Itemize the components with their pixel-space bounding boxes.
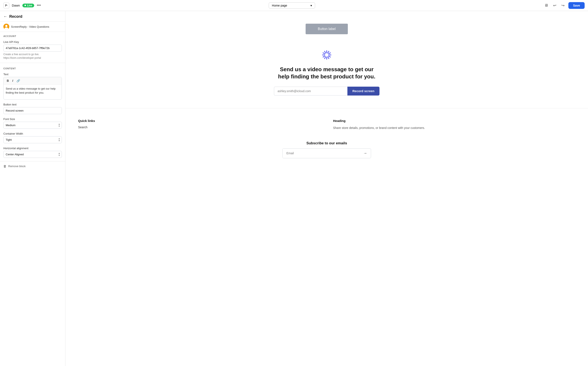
container-width-label: Container Width <box>3 132 62 135</box>
footer-col-heading: Heading Share store details, promotions,… <box>333 119 575 131</box>
api-key-input[interactable] <box>3 45 62 52</box>
svg-line-7 <box>329 56 331 57</box>
back-icon[interactable] <box>3 2 9 8</box>
page-select[interactable]: Home page ▾ <box>269 2 315 9</box>
button-text-label: Button text <box>3 103 62 106</box>
loom-icon <box>321 49 333 62</box>
font-size-select-wrap: Small Medium Large ▲ ▼ <box>3 122 62 129</box>
live-dot <box>24 5 26 6</box>
desktop-icon[interactable]: 🖥 <box>543 2 549 8</box>
footer-link-search[interactable]: Search <box>78 126 320 129</box>
sidebar-back-arrow[interactable]: ← <box>3 14 7 19</box>
button-label-section: Button label <box>66 11 588 43</box>
topbar-center: Home page ▾ <box>269 2 315 9</box>
record-form: Record screen <box>274 87 380 96</box>
user-row: ScreenReply - Video Questions <box>0 22 65 32</box>
quick-links-title: Quick links <box>78 119 320 122</box>
more-options-button[interactable]: ••• <box>37 3 41 8</box>
horizontal-alignment-field: Horizontal alignment Left Aligned Center… <box>0 145 65 160</box>
chevron-down-icon: ▾ <box>310 4 312 7</box>
topbar: Dawn Live ••• Home page ▾ 🖥 ↩ ↪ Save <box>0 0 588 11</box>
button-text-field: Button text <box>0 101 65 116</box>
account-section-label: ACCOUNT <box>0 32 65 39</box>
api-key-hint: Create a free account to go live. https:… <box>3 53 62 60</box>
record-heading: Send us a video message to get our help … <box>276 66 377 80</box>
text-field: Text B I 🔗 Send us a video message to ge… <box>0 71 65 101</box>
user-name-label: ScreenReply - Video Questions <box>11 25 49 28</box>
sidebar-title: Record <box>9 14 22 19</box>
undo-icon[interactable]: ↩ <box>552 2 558 9</box>
bold-button[interactable]: B <box>5 78 10 83</box>
content-section-label: CONTENT <box>0 64 65 71</box>
container-width-field: Container Width Full Standard Tight ▲ ▼ <box>0 130 65 145</box>
subscribe-arrow-button[interactable]: → <box>360 149 371 158</box>
save-button[interactable]: Save <box>568 2 585 9</box>
main-preview: Button label <box>66 11 588 366</box>
footer-section: Quick links Search Heading Share store d… <box>66 108 588 167</box>
remove-block-button[interactable]: 🗑 Remove block <box>0 161 65 171</box>
redo-icon[interactable]: ↪ <box>560 2 566 9</box>
divider-1 <box>0 63 65 63</box>
layout: ← Record ScreenReply - Video Questions A… <box>0 11 588 366</box>
footer-heading-desc: Share store details, promotions, or bran… <box>333 126 575 130</box>
footer-col-quick-links: Quick links Search <box>78 119 320 131</box>
subscribe-section: Subscribe to our emails → <box>78 141 575 158</box>
horizontal-alignment-select[interactable]: Left Aligned Center Aligned Right Aligne… <box>3 151 62 158</box>
font-size-select[interactable]: Small Medium Large <box>3 122 62 129</box>
subscribe-form: → <box>282 148 371 158</box>
api-key-label: Live API Key <box>3 40 62 44</box>
svg-line-8 <box>328 57 329 59</box>
live-api-key-field: Live API Key Create a free account to go… <box>0 39 65 61</box>
email-input[interactable] <box>274 87 347 96</box>
horizontal-alignment-label: Horizontal alignment <box>3 147 62 150</box>
topbar-left: Dawn Live ••• <box>3 2 41 8</box>
button-text-input[interactable] <box>3 107 62 114</box>
site-name: Dawn <box>12 4 20 7</box>
font-size-label: Font Size <box>3 117 62 121</box>
font-size-field: Font Size Small Medium Large ▲ ▼ <box>0 116 65 130</box>
sidebar: ← Record ScreenReply - Video Questions A… <box>0 11 66 366</box>
horizontal-alignment-select-wrap: Left Aligned Center Aligned Right Aligne… <box>3 151 62 158</box>
svg-line-5 <box>329 53 331 54</box>
record-section: Send us a video message to get our help … <box>66 43 588 108</box>
svg-line-11 <box>323 56 325 57</box>
text-editor-body[interactable]: Send us a video message to get our help … <box>4 84 62 99</box>
record-screen-button[interactable]: Record screen <box>347 87 380 96</box>
svg-line-4 <box>328 51 329 53</box>
svg-line-14 <box>325 51 326 53</box>
italic-button[interactable]: I <box>11 78 15 83</box>
subscribe-email-input[interactable] <box>283 149 360 158</box>
svg-line-10 <box>325 57 326 59</box>
remove-block-label: Remove block <box>8 165 26 168</box>
subscribe-title: Subscribe to our emails <box>307 141 347 145</box>
container-width-select[interactable]: Full Standard Tight <box>3 136 62 143</box>
live-label: Live <box>27 4 32 7</box>
button-label-widget[interactable]: Button label <box>306 24 348 34</box>
svg-line-13 <box>323 53 325 54</box>
container-width-select-wrap: Full Standard Tight ▲ ▼ <box>3 136 62 143</box>
trash-icon: 🗑 <box>3 164 7 168</box>
footer-columns: Quick links Search Heading Share store d… <box>78 119 575 131</box>
svg-point-1 <box>5 25 7 27</box>
topbar-right: 🖥 ↩ ↪ Save <box>543 2 585 9</box>
footer-heading-title: Heading <box>333 119 575 122</box>
live-badge: Live <box>22 4 34 8</box>
avatar <box>3 24 9 30</box>
editor-toolbar: B I 🔗 <box>4 77 62 84</box>
link-button[interactable]: 🔗 <box>15 78 22 83</box>
text-label: Text <box>3 73 62 76</box>
text-editor: B I 🔗 Send us a video message to get our… <box>3 77 62 99</box>
sidebar-header: ← Record <box>0 11 65 22</box>
page-name: Home page <box>272 4 287 7</box>
